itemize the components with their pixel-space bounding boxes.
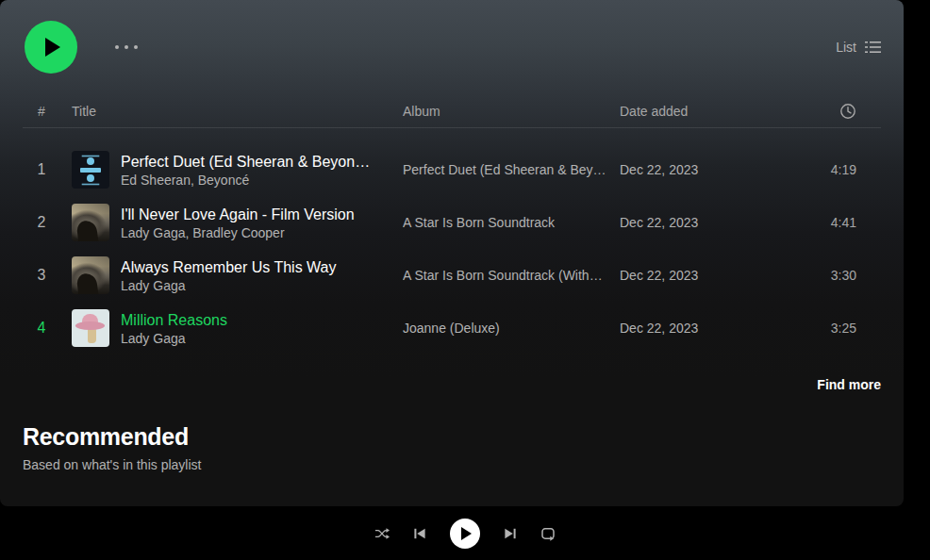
track-duration: 3:30 [796,268,881,283]
track-duration: 3:25 [796,321,881,336]
duration-clock-icon [839,103,856,120]
track-artists[interactable]: Lady Gaga, Bradley Cooper [121,224,355,241]
playlist-play-button[interactable] [25,21,77,74]
track-date-added: Dec 22, 2023 [620,268,796,283]
header-date-added[interactable]: Date added [620,104,796,119]
more-options-button[interactable] [109,40,143,55]
list-icon [865,40,881,55]
divide-album-cover [72,151,109,189]
track-index: 1 [23,161,60,178]
previous-track-button[interactable] [412,526,427,541]
view-toggle-button[interactable]: List [836,40,881,55]
track-album[interactable]: Joanne (Deluxe) [403,321,620,336]
header-duration[interactable] [796,102,881,119]
track-artists[interactable]: Ed Sheeran, Beyoncé [121,172,370,189]
track-list-header: # Title Album Date added [23,94,881,128]
header-album[interactable]: Album [403,104,620,119]
track-row[interactable]: 1 Perfect Duet (Ed Sheeran & Beyon… Ed S… [23,143,881,196]
track-title[interactable]: Perfect Duet (Ed Sheeran & Beyon… [121,152,370,172]
find-more-link[interactable]: Find more [817,377,881,392]
play-icon [45,38,60,57]
track-duration: 4:41 [796,215,881,230]
track-date-added: Dec 22, 2023 [620,162,796,177]
header-index[interactable]: # [23,104,60,119]
repeat-button[interactable] [540,526,556,541]
track-album[interactable]: Perfect Duet (Ed Sheeran & Bey… [403,162,620,177]
playlist-view-panel: List # Title Album Date added [0,0,904,506]
shuffle-button[interactable] [374,526,390,541]
track-artists[interactable]: Lady Gaga [121,277,337,294]
track-row-playing[interactable]: 4 Million Reasons Lady Gaga Joanne (Delu… [23,302,881,354]
track-title[interactable]: I'll Never Love Again - Film Version [121,205,355,224]
header-title[interactable]: Title [60,104,403,119]
track-row[interactable]: 2 I'll Never Love Again - Film Version L… [23,196,881,249]
previous-icon [412,526,427,541]
repeat-icon [540,526,556,541]
track-row[interactable]: 3 Always Remember Us This Way Lady Gaga … [23,249,881,302]
track-title[interactable]: Always Remember Us This Way [121,257,337,277]
joanne-album-cover [72,309,109,347]
a-star-is-born-album-cover [72,256,109,294]
player-bar [0,506,930,560]
play-icon [461,527,472,540]
track-album[interactable]: A Star Is Born Soundtrack [403,215,620,230]
track-artists[interactable]: Lady Gaga [121,330,227,347]
next-icon [503,526,518,541]
recommended-subtitle: Based on what's in this playlist [23,457,881,472]
track-title[interactable]: Million Reasons [121,310,227,330]
shuffle-icon [374,526,390,541]
playlist-action-bar: List [23,0,881,94]
track-duration: 4:19 [796,162,881,177]
recommended-heading: Recommended [23,423,881,451]
player-play-button[interactable] [450,519,480,549]
a-star-is-born-album-cover [72,204,109,241]
track-index: 4 [23,320,60,337]
track-album[interactable]: A Star Is Born Soundtrack (With… [403,268,620,283]
next-track-button[interactable] [503,526,518,541]
view-toggle-label: List [836,40,856,55]
more-options-icon [115,45,119,49]
track-date-added: Dec 22, 2023 [620,321,796,336]
track-index: 3 [23,267,60,284]
track-index: 2 [23,214,60,231]
track-date-added: Dec 22, 2023 [620,215,796,230]
